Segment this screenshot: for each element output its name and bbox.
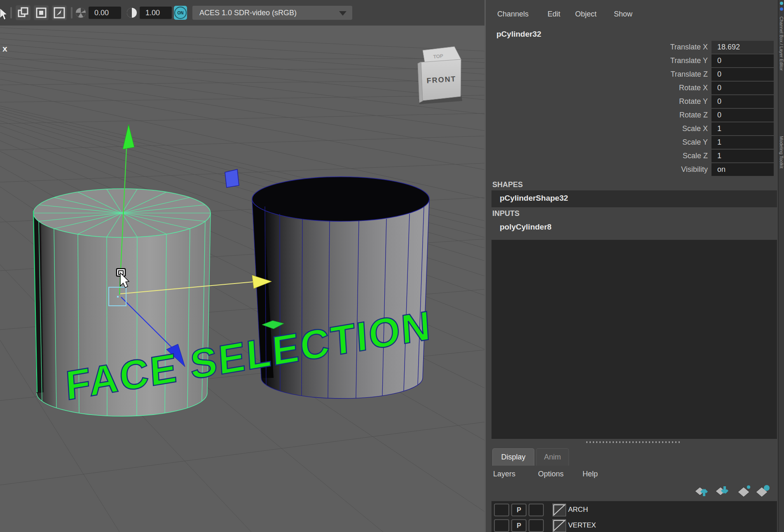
- move-layer-down-icon[interactable]: [715, 485, 731, 498]
- attr-row-rotate-y: Rotate Y 0: [486, 95, 778, 108]
- menu-options[interactable]: Options: [538, 470, 564, 478]
- attr-row-translate-y: Translate Y 0: [486, 54, 778, 68]
- attr-row-scale-z: Scale Z 1: [486, 149, 778, 163]
- attr-label: Scale Y: [486, 138, 711, 147]
- attr-label: Scale X: [486, 124, 711, 133]
- object-name[interactable]: pCylinder32: [496, 30, 541, 39]
- image-plane-icon[interactable]: [52, 5, 67, 20]
- layer-color-swatch[interactable]: [552, 519, 566, 532]
- maya-window: 0.00 1.00 ON ACES 1.0 SDR-video (sRGB): [0, 0, 784, 532]
- chevron-down-icon: [339, 11, 346, 16]
- attr-label: Visibility: [486, 165, 711, 174]
- select-cursor-icon[interactable]: [0, 8, 7, 21]
- view-cube-top-label: TOP: [433, 53, 444, 60]
- attr-row-scale-y: Scale Y 1: [486, 136, 778, 149]
- attr-row-rotate-z: Rotate Z 0: [486, 108, 778, 122]
- layer-toolbar: [486, 483, 778, 501]
- gamma-icon[interactable]: [126, 7, 138, 19]
- attr-row-visibility: Visibility on: [486, 163, 778, 176]
- attr-value-field[interactable]: 0: [711, 54, 774, 67]
- tab-channel-box-layer-editor[interactable]: Channel Box / Layer Editor: [779, 16, 784, 70]
- layer-color-swatch[interactable]: [552, 504, 566, 516]
- attr-value-field[interactable]: 1: [711, 150, 774, 162]
- on-toggle-label: ON: [174, 7, 187, 19]
- attr-row-translate-x: Translate X 18.692: [486, 40, 778, 54]
- toolbar-separator: [71, 7, 73, 19]
- channel-box-empty-area: [491, 240, 777, 439]
- channel-box-panel: Channels Edit Object Show pCylinder32 Tr…: [486, 0, 778, 532]
- create-layer-icon[interactable]: [737, 485, 754, 498]
- colorspace-value: ACES 1.0 SDR-video (sRGB): [199, 9, 297, 17]
- attr-label: Scale Z: [486, 152, 711, 160]
- isolate-selected-view-icon[interactable]: [34, 5, 49, 20]
- menu-channels[interactable]: Channels: [497, 10, 529, 19]
- shapes-header: SHAPES: [492, 180, 523, 189]
- sidebar-mini-icon[interactable]: [780, 2, 783, 5]
- layer-name[interactable]: ARCH: [568, 506, 588, 514]
- layer-playback-toggle[interactable]: P: [511, 519, 527, 532]
- sidebar-mini-icon[interactable]: [780, 7, 783, 11]
- menu-object[interactable]: Object: [575, 10, 597, 19]
- layer-display-type-toggle[interactable]: [529, 504, 544, 516]
- layer-playback-toggle[interactable]: P: [511, 504, 527, 516]
- menu-edit[interactable]: Edit: [548, 10, 560, 19]
- attr-label: Rotate X: [486, 84, 711, 92]
- layer-list: P ARCH P VERTEX: [491, 501, 777, 532]
- layer-visibility-toggle[interactable]: [494, 519, 509, 532]
- attr-value-field[interactable]: 1: [711, 122, 774, 135]
- attribute-list: Translate X 18.692 Translate Y 0 Transla…: [486, 40, 778, 176]
- attr-value-field[interactable]: 0: [711, 82, 774, 94]
- shape-name[interactable]: pCylinderShape32: [500, 194, 568, 203]
- layer-row[interactable]: P VERTEX: [491, 518, 777, 532]
- input-node-name[interactable]: polyCylinder8: [500, 223, 552, 232]
- create-layer-from-selected-icon[interactable]: [755, 485, 772, 498]
- exposure-icon[interactable]: [75, 7, 87, 19]
- attr-label: Translate Y: [486, 56, 711, 65]
- sidebar-tab-strip: Channel Box / Layer Editor Modeling Tool…: [778, 0, 784, 532]
- manipulator-center-dot: [117, 296, 119, 298]
- tab-display[interactable]: Display: [492, 448, 534, 466]
- isolate-select-icon[interactable]: [16, 5, 30, 20]
- attr-label: Translate X: [486, 43, 711, 52]
- attr-value-field[interactable]: 18.692: [711, 41, 774, 54]
- attr-value-field[interactable]: 0: [711, 95, 774, 108]
- attr-value-field[interactable]: 1: [711, 136, 774, 149]
- viewport-toolbar: 0.00 1.00 ON ACES 1.0 SDR-video (sRGB): [0, 0, 485, 26]
- menu-help[interactable]: Help: [583, 470, 598, 478]
- move-layer-up-icon[interactable]: [694, 485, 711, 498]
- gamma-field[interactable]: 1.00: [140, 7, 172, 19]
- inputs-header: INPUTS: [492, 209, 520, 218]
- attr-label: Translate Z: [486, 70, 711, 79]
- attr-row-translate-z: Translate Z 0: [486, 68, 778, 81]
- attr-label: Rotate Y: [486, 97, 711, 106]
- view-cube[interactable]: TOP FRONT: [418, 47, 462, 104]
- attr-label: Rotate Z: [486, 111, 711, 120]
- layer-row[interactable]: P ARCH: [491, 503, 777, 518]
- exposure-field[interactable]: 0.00: [89, 7, 121, 19]
- tab-anim[interactable]: Anim: [536, 448, 569, 466]
- attr-value-field[interactable]: on: [711, 163, 774, 176]
- layer-name[interactable]: VERTEX: [568, 521, 596, 530]
- menu-show[interactable]: Show: [614, 10, 632, 19]
- toolbar-separator: [10, 7, 12, 19]
- layer-display-type-toggle[interactable]: [529, 519, 544, 532]
- menu-layers[interactable]: Layers: [493, 470, 515, 478]
- tab-modeling-toolkit[interactable]: Modeling Toolkit: [779, 136, 784, 169]
- color-management-toggle[interactable]: ON: [174, 6, 187, 20]
- selected-face-blue[interactable]: [225, 169, 239, 187]
- layer-visibility-toggle[interactable]: [494, 504, 509, 516]
- attr-value-field[interactable]: 0: [711, 68, 774, 81]
- panel-drag-handle[interactable]: [586, 441, 682, 443]
- manipulator-y-arrow[interactable]: [123, 124, 134, 149]
- viewport-canvas[interactable]: x: [0, 26, 485, 532]
- viewport-axis-label: x: [2, 44, 7, 53]
- attr-row-scale-x: Scale X 1: [486, 122, 778, 136]
- 3d-viewport[interactable]: x: [0, 26, 485, 532]
- attr-value-field[interactable]: 0: [711, 109, 774, 122]
- attr-row-rotate-x: Rotate X 0: [486, 81, 778, 95]
- colorspace-dropdown[interactable]: ACES 1.0 SDR-video (sRGB): [192, 6, 352, 20]
